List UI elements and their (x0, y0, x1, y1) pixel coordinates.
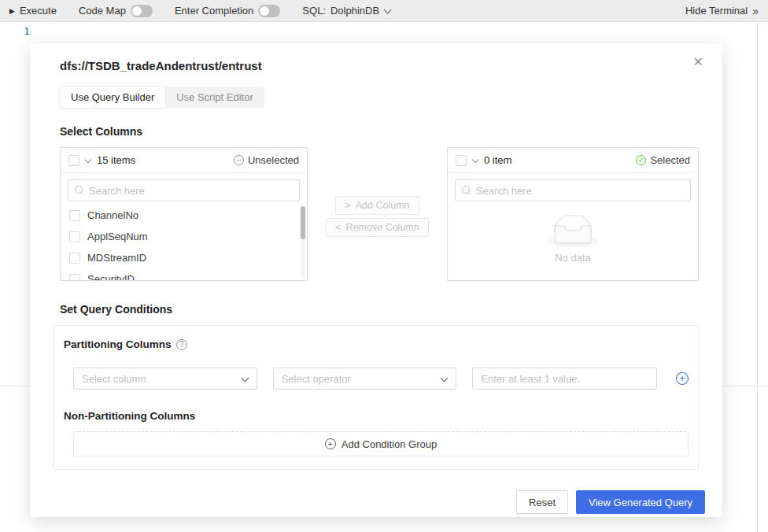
condition-row: Select column Select operator + (64, 368, 689, 390)
editor-toolbar: ▶ Execute Code Map Enter Completion SQL:… (0, 0, 768, 22)
plus-circle-icon[interactable]: + (676, 372, 689, 385)
column-select[interactable]: Select column (73, 368, 257, 390)
empty-state: No data (448, 205, 698, 280)
minus-circle-icon: – (234, 155, 244, 165)
non-partitioning-columns-heading: Non-Partitioning Columns (64, 410, 689, 422)
list-item[interactable]: ApplSeqNum (61, 226, 307, 247)
code-map-label: Code Map (79, 5, 126, 17)
transfer-controls: > Add Column < Remove Column (308, 147, 447, 281)
enter-completion-control: Enter Completion (175, 5, 280, 17)
close-icon[interactable]: ✕ (693, 56, 703, 68)
chevron-left-icon: < (335, 222, 341, 233)
partitioning-columns-heading: Partitioning Columns ? (64, 338, 689, 350)
column-label: ChannelNo (87, 209, 138, 221)
chevron-down-icon[interactable] (472, 157, 478, 164)
item-checkbox[interactable] (69, 210, 80, 221)
column-select-placeholder: Select column (82, 373, 146, 385)
column-label: SecurityID (87, 273, 135, 280)
operator-select-placeholder: Select operator (282, 373, 351, 385)
hide-terminal-button[interactable]: Hide Terminal » (685, 5, 759, 17)
code-map-control: Code Map (79, 5, 153, 17)
select-all-checkbox[interactable] (456, 155, 467, 166)
select-columns-heading: Select Columns (60, 125, 699, 138)
selected-search (455, 179, 691, 201)
hide-terminal-label: Hide Terminal (685, 5, 748, 17)
code-map-toggle[interactable] (131, 5, 153, 17)
item-checkbox[interactable] (69, 231, 80, 242)
column-label: ApplSeqNum (87, 231, 148, 242)
selected-columns-panel: 0 item ✓ Selected (447, 147, 699, 281)
plus-circle-icon: + (325, 438, 336, 449)
list-item[interactable]: MDStreamID (61, 247, 307, 268)
unselected-status: – Unselected (234, 154, 299, 166)
sql-dialect-select[interactable]: SQL: DolphinDB (302, 5, 391, 17)
modal-footer: Reset View Generated Query (60, 490, 705, 514)
unselected-columns-panel: 15 items – Unselected ChannelNo ApplSeqN… (60, 147, 308, 281)
view-generated-query-button[interactable]: View Generated Query (576, 490, 705, 514)
question-circle-icon[interactable]: ? (176, 339, 187, 350)
chevron-down-icon (242, 374, 249, 381)
play-icon: ▶ (9, 7, 15, 15)
enter-completion-toggle[interactable] (258, 5, 280, 17)
selected-status-label: Selected (650, 154, 690, 166)
inbox-icon (548, 215, 598, 247)
unselected-count: 15 items (97, 154, 135, 166)
add-column-button[interactable]: > Add Column (335, 196, 419, 215)
unselected-status-label: Unselected (248, 154, 299, 166)
add-condition-group-label: Add Condition Group (342, 438, 437, 450)
unselected-column-list: ChannelNo ApplSeqNum MDStreamID Security… (61, 205, 307, 280)
enter-completion-label: Enter Completion (175, 5, 253, 17)
unselected-search (68, 179, 300, 201)
execute-button[interactable]: ▶ Execute (9, 5, 57, 17)
conditions-box: Partitioning Columns ? Select column Sel… (54, 325, 699, 470)
chevron-down-icon (384, 6, 391, 13)
item-checkbox[interactable] (69, 253, 80, 264)
tab-query-builder[interactable]: Use Query Builder (60, 87, 165, 108)
empty-text: No data (555, 252, 591, 264)
unselected-search-input[interactable] (89, 185, 293, 197)
mode-tabs: Use Query Builder Use Script Editor (60, 87, 264, 108)
selected-panel-header: 0 item ✓ Selected (448, 148, 698, 173)
modal-title: dfs://TSDB_tradeAndentrust/entrust (60, 59, 699, 72)
add-column-label: Add Column (356, 200, 410, 211)
item-checkbox[interactable] (69, 274, 80, 281)
condition-value-input[interactable] (472, 368, 657, 390)
double-chevron-right-icon: » (752, 5, 759, 17)
list-item[interactable]: ChannelNo (61, 205, 307, 226)
remove-column-label: Remove Column (346, 222, 419, 233)
query-conditions-heading: Set Query Conditions (60, 303, 699, 316)
search-icon (75, 186, 84, 195)
query-builder-modal: ✕ dfs://TSDB_tradeAndentrust/entrust Use… (30, 43, 722, 517)
add-condition-group-button[interactable]: + Add Condition Group (73, 431, 689, 456)
editor-right-divider (757, 23, 758, 532)
execute-label: Execute (20, 5, 57, 17)
operator-select[interactable]: Select operator (273, 368, 457, 390)
selected-search-input[interactable] (476, 185, 684, 197)
tab-script-editor[interactable]: Use Script Editor (165, 87, 264, 108)
sql-value: DolphinDB (330, 5, 379, 17)
list-item[interactable]: SecurityID (61, 268, 307, 280)
scrollbar-thumb[interactable] (301, 206, 305, 239)
selected-status: ✓ Selected (636, 154, 690, 166)
selected-count: 0 item (484, 154, 511, 166)
column-label: MDStreamID (87, 252, 146, 264)
remove-column-button[interactable]: < Remove Column (326, 218, 428, 237)
sql-label: SQL: (302, 5, 326, 17)
search-icon (462, 186, 471, 195)
chevron-down-icon (441, 374, 448, 381)
column-transfer: 15 items – Unselected ChannelNo ApplSeqN… (60, 147, 699, 281)
select-all-checkbox[interactable] (68, 155, 79, 166)
chevron-down-icon[interactable] (85, 157, 91, 164)
partitioning-label: Partitioning Columns (64, 338, 172, 350)
chevron-right-icon: > (345, 200, 350, 211)
non-partitioning-label: Non-Partitioning Columns (64, 410, 195, 422)
editor-line-number: 1 (24, 25, 30, 37)
unselected-panel-header: 15 items – Unselected (61, 148, 307, 173)
check-circle-icon: ✓ (636, 155, 646, 165)
reset-button[interactable]: Reset (516, 490, 568, 514)
